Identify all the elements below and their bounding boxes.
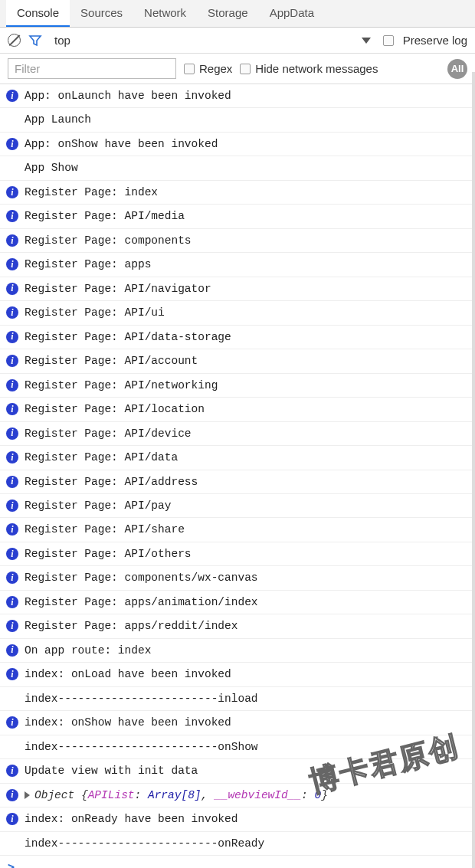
info-icon: i	[6, 451, 18, 463]
regex-checkbox[interactable]	[184, 64, 195, 74]
disclosure-triangle-icon[interactable]	[25, 791, 30, 799]
obj-key: APIList	[88, 789, 135, 801]
log-row[interactable]: iRegister Page: API/data-storage	[0, 326, 475, 349]
log-row[interactable]: iApp: onLaunch have been invoked	[0, 84, 475, 108]
info-icon: i	[6, 476, 18, 488]
context-selector[interactable]: top	[50, 31, 75, 49]
log-message: Register Page: API/ui	[25, 304, 470, 321]
log-row[interactable]: iRegister Page: API/networking	[0, 374, 475, 398]
console-toolbar: top Preserve log	[0, 28, 475, 54]
log-row[interactable]: iindex: onReady have been invoked	[0, 807, 475, 831]
log-row[interactable]: App Show	[0, 156, 475, 180]
console-filter-bar: Regex Hide network messages All	[0, 54, 475, 84]
info-icon: i	[6, 403, 18, 415]
log-message: Register Page: API/data	[25, 449, 470, 466]
log-row[interactable]: iindex: onLoad have been invoked	[0, 663, 475, 686]
tab-network[interactable]: Network	[133, 0, 197, 27]
info-icon: i	[6, 572, 18, 584]
preserve-log-checkbox[interactable]	[383, 35, 394, 46]
info-icon: i	[6, 258, 18, 270]
tab-sources[interactable]: Sources	[70, 0, 133, 27]
log-row[interactable]: iRegister Page: API/location	[0, 398, 475, 421]
log-row[interactable]: iRegister Page: index	[0, 181, 475, 205]
log-message: Register Page: API/pay	[25, 497, 470, 514]
log-message: Register Page: API/share	[25, 521, 470, 538]
log-row[interactable]: index------------------------onShow	[0, 735, 475, 759]
log-message: Register Page: index	[25, 184, 470, 201]
log-message: Register Page: apps/animation/index	[25, 594, 470, 611]
log-row[interactable]: iRegister Page: apps/animation/index	[0, 591, 475, 614]
info-icon: i	[6, 644, 18, 657]
info-icon: i	[6, 500, 18, 512]
info-icon: i	[6, 186, 18, 198]
log-row[interactable]: iObject {APIList: Array[8], __webviewId_…	[0, 784, 475, 807]
log-row[interactable]: iRegister Page: components/wx-canvas	[0, 566, 475, 590]
info-icon: i	[6, 765, 18, 777]
hide-network-label: Hide network messages	[255, 62, 378, 75]
info-icon: i	[6, 427, 18, 440]
log-message: Register Page: API/address	[25, 473, 470, 490]
log-row[interactable]: iindex: onShow have been invoked	[0, 711, 475, 735]
obj-key: __webviewId__	[215, 789, 301, 801]
log-row[interactable]: iOn app route: index	[0, 639, 475, 663]
info-icon: i	[6, 668, 18, 680]
log-row[interactable]: iRegister Page: API/account	[0, 349, 475, 373]
log-message: index------------------------onShow	[6, 739, 470, 755]
clear-console-icon[interactable]	[8, 34, 21, 47]
log-row[interactable]: iRegister Page: API/address	[0, 470, 475, 494]
log-message: Register Page: API/media	[25, 208, 470, 224]
log-object[interactable]: Object {APIList: Array[8], __webviewId__…	[34, 787, 470, 804]
log-row[interactable]: iApp: onShow have been invoked	[0, 133, 475, 156]
console-prompt[interactable]: >	[0, 856, 475, 868]
log-message: App Show	[6, 159, 470, 176]
log-row[interactable]: iRegister Page: API/data	[0, 446, 475, 470]
log-message: Register Page: components/wx-canvas	[25, 569, 470, 586]
tab-console[interactable]: Console	[6, 0, 70, 27]
log-row[interactable]: iRegister Page: apps	[0, 253, 475, 277]
obj-sep: ,	[201, 789, 215, 801]
level-dropdown-caret-icon[interactable]	[362, 38, 371, 44]
log-row[interactable]: index------------------------onReady	[0, 832, 475, 856]
log-row[interactable]: App Launch	[0, 108, 475, 132]
console-log-list: iApp: onLaunch have been invokedApp Laun…	[0, 84, 475, 856]
log-row[interactable]: iRegister Page: API/media	[0, 205, 475, 228]
log-message: Register Page: API/location	[25, 401, 470, 418]
log-row[interactable]: iRegister Page: API/share	[0, 518, 475, 542]
info-icon: i	[6, 789, 18, 801]
log-message: App: onShow have been invoked	[25, 136, 470, 152]
info-icon: i	[6, 283, 18, 295]
scrollbar-track[interactable]	[472, 72, 475, 868]
log-message: Register Page: apps/reddit/index	[25, 617, 470, 634]
info-icon: i	[6, 523, 18, 536]
tab-storage[interactable]: Storage	[197, 0, 259, 27]
log-message: Register Page: API/device	[25, 425, 470, 442]
log-message: App Launch	[6, 111, 470, 128]
log-row[interactable]: iRegister Page: API/navigator	[0, 277, 475, 301]
log-message: Register Page: API/navigator	[25, 280, 470, 297]
tab-appdata[interactable]: AppData	[259, 0, 325, 27]
log-row[interactable]: iRegister Page: components	[0, 229, 475, 253]
log-row[interactable]: iRegister Page: API/ui	[0, 301, 475, 325]
filter-funnel-icon[interactable]	[28, 34, 42, 47]
log-message: Register Page: components	[25, 232, 470, 249]
log-row[interactable]: iRegister Page: API/pay	[0, 494, 475, 518]
obj-suffix: }	[321, 789, 328, 801]
info-icon: i	[6, 548, 18, 560]
level-all-badge[interactable]: All	[447, 59, 467, 79]
hide-network-checkbox[interactable]	[240, 64, 251, 74]
log-row[interactable]: iRegister Page: API/device	[0, 422, 475, 446]
log-row[interactable]: iRegister Page: apps/reddit/index	[0, 614, 475, 638]
log-row[interactable]: index------------------------inload	[0, 687, 475, 711]
info-icon: i	[6, 596, 18, 608]
info-icon: i	[6, 620, 18, 632]
info-icon: i	[6, 813, 18, 825]
info-icon: i	[6, 234, 18, 247]
log-message: Register Page: API/others	[25, 545, 470, 562]
log-row[interactable]: iRegister Page: API/others	[0, 542, 475, 566]
info-icon: i	[6, 306, 18, 319]
info-icon: i	[6, 379, 18, 391]
regex-label: Regex	[199, 62, 232, 75]
log-row[interactable]: iUpdate view with init data	[0, 759, 475, 783]
filter-input[interactable]	[8, 58, 176, 79]
info-icon: i	[6, 138, 18, 150]
